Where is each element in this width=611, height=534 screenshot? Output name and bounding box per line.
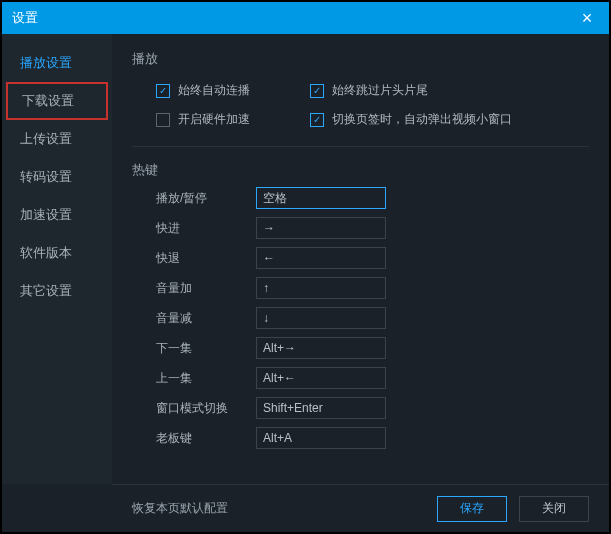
footer: 恢复本页默认配置 保存 关闭 — [112, 484, 609, 532]
sidebar-item-other[interactable]: 其它设置 — [2, 272, 112, 310]
hotkey-input-playpause[interactable] — [256, 187, 386, 209]
checkbox-hw-accel[interactable]: 开启硬件加速 — [156, 111, 250, 128]
hotkey-row-forward: 快进 — [156, 217, 589, 239]
content-panel: 播放 ✓ 始终自动连播 ✓ 始终跳过片头片尾 开启硬件加速 ✓ 切换页签时，自动… — [112, 34, 609, 484]
hotkey-label: 音量加 — [156, 280, 256, 297]
hotkey-label: 窗口模式切换 — [156, 400, 256, 417]
hotkey-row-window: 窗口模式切换 — [156, 397, 589, 419]
check-icon: ✓ — [310, 84, 324, 98]
hotkey-input-forward[interactable] — [256, 217, 386, 239]
hotkeys-section-title: 热键 — [132, 161, 589, 179]
checkbox-label: 始终跳过片头片尾 — [332, 82, 428, 99]
hotkey-label: 老板键 — [156, 430, 256, 447]
sidebar-item-version[interactable]: 软件版本 — [2, 234, 112, 272]
close-icon[interactable]: × — [575, 8, 599, 29]
hotkey-row-volup: 音量加 — [156, 277, 589, 299]
window-title: 设置 — [12, 9, 38, 27]
hotkey-row-voldown: 音量减 — [156, 307, 589, 329]
sidebar-item-upload[interactable]: 上传设置 — [2, 120, 112, 158]
sidebar-item-download[interactable]: 下载设置 — [6, 82, 108, 120]
hotkey-label: 播放/暂停 — [156, 190, 256, 207]
checkbox-autoplay[interactable]: ✓ 始终自动连播 — [156, 82, 250, 99]
hotkeys-list: 播放/暂停 快进 快退 音量加 音量减 下一集 — [132, 187, 589, 449]
reset-defaults-link[interactable]: 恢复本页默认配置 — [132, 500, 228, 517]
hotkey-row-next: 下一集 — [156, 337, 589, 359]
titlebar: 设置 × — [2, 2, 609, 34]
hotkey-input-voldown[interactable] — [256, 307, 386, 329]
checkbox-skip-intro[interactable]: ✓ 始终跳过片头片尾 — [310, 82, 428, 99]
checkbox-label: 始终自动连播 — [178, 82, 250, 99]
hotkey-label: 上一集 — [156, 370, 256, 387]
hotkey-label: 下一集 — [156, 340, 256, 357]
hotkey-row-boss: 老板键 — [156, 427, 589, 449]
check-icon: ✓ — [310, 113, 324, 127]
sidebar-item-playback[interactable]: 播放设置 — [2, 44, 112, 82]
sidebar-item-accel[interactable]: 加速设置 — [2, 196, 112, 234]
close-button[interactable]: 关闭 — [519, 496, 589, 522]
hotkey-row-playpause: 播放/暂停 — [156, 187, 589, 209]
save-button[interactable]: 保存 — [437, 496, 507, 522]
hotkey-input-backward[interactable] — [256, 247, 386, 269]
checkbox-pip[interactable]: ✓ 切换页签时，自动弹出视频小窗口 — [310, 111, 512, 128]
playback-section-title: 播放 — [132, 50, 589, 68]
hotkey-row-prev: 上一集 — [156, 367, 589, 389]
check-icon — [156, 113, 170, 127]
hotkey-label: 快进 — [156, 220, 256, 237]
sidebar-item-transcode[interactable]: 转码设置 — [2, 158, 112, 196]
hotkey-input-volup[interactable] — [256, 277, 386, 299]
hotkey-label: 快退 — [156, 250, 256, 267]
checkbox-label: 切换页签时，自动弹出视频小窗口 — [332, 111, 512, 128]
check-icon: ✓ — [156, 84, 170, 98]
hotkey-label: 音量减 — [156, 310, 256, 327]
hotkey-input-boss[interactable] — [256, 427, 386, 449]
divider — [132, 146, 589, 147]
sidebar: 播放设置 下载设置 上传设置 转码设置 加速设置 软件版本 其它设置 — [2, 34, 112, 484]
hotkey-input-prev[interactable] — [256, 367, 386, 389]
hotkey-row-backward: 快退 — [156, 247, 589, 269]
hotkey-input-window[interactable] — [256, 397, 386, 419]
checkbox-label: 开启硬件加速 — [178, 111, 250, 128]
hotkey-input-next[interactable] — [256, 337, 386, 359]
